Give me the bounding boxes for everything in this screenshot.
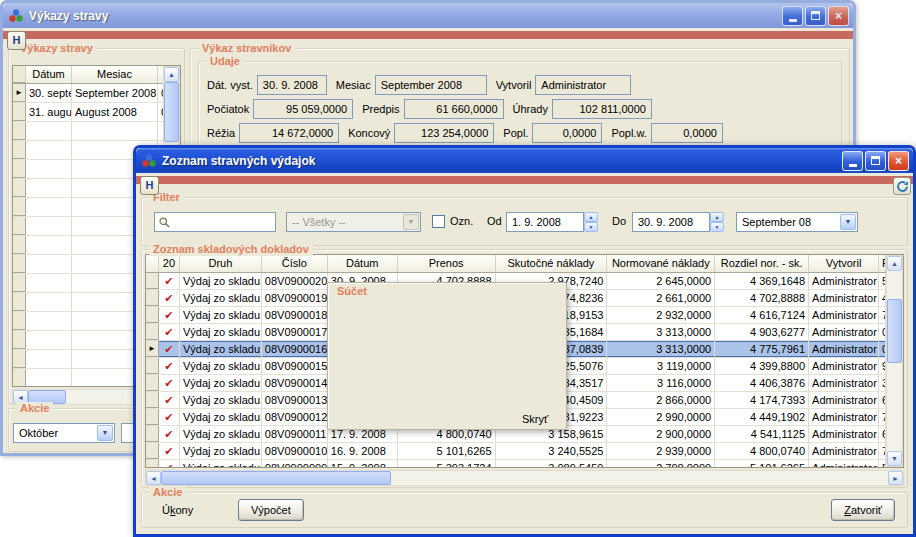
field-value[interactable]: 0,0000 [651, 123, 723, 143]
row-selector[interactable]: ► [146, 341, 159, 357]
search-field[interactable] [154, 212, 276, 232]
chevron-down-icon[interactable]: ▼ [97, 425, 113, 441]
checked-icon[interactable]: ✔ [159, 341, 180, 357]
h-button[interactable]: H [140, 176, 159, 195]
column-header[interactable]: Prenos [398, 255, 496, 272]
row-selector[interactable] [146, 358, 159, 374]
to-date-field[interactable]: 30. 9. 2008 [632, 212, 710, 232]
ukony-menu[interactable]: Úkony [162, 504, 193, 516]
field-value[interactable]: 30. 9. 2008 [257, 75, 327, 95]
scroll-down-icon[interactable]: ▼ [887, 451, 902, 466]
checked-icon[interactable]: ✔ [159, 426, 180, 442]
field-value[interactable]: 102 811,0000 [552, 99, 652, 119]
field-label: Predpis [362, 103, 399, 115]
field-value[interactable]: 123 254,0000 [394, 123, 494, 143]
ozn-checkbox[interactable] [432, 215, 445, 228]
maximize-button[interactable] [805, 6, 826, 26]
scroll-right-icon[interactable]: ► [888, 471, 903, 485]
vertical-scrollbar[interactable]: ▲ ▼ [886, 255, 903, 467]
checked-icon[interactable]: ✔ [159, 443, 180, 459]
column-header[interactable]: Mesiac [72, 66, 158, 83]
column-header[interactable]: Vytvoril [809, 255, 879, 272]
table-row[interactable]: 31. augusAugust 20080 [13, 103, 180, 122]
maximize-button[interactable] [865, 151, 886, 171]
column-header[interactable]: 20 [159, 255, 180, 272]
h-button[interactable]: H [7, 31, 26, 50]
horizontal-scrollbar[interactable]: ◄ ► [145, 470, 904, 486]
column-header[interactable] [146, 255, 159, 272]
column-header[interactable]: Normované náklady [607, 255, 715, 272]
from-date-field[interactable]: 1. 9. 2008 [506, 212, 584, 232]
refresh-button[interactable] [893, 177, 911, 195]
minimize-icon [789, 19, 797, 22]
row-selector[interactable] [146, 375, 159, 391]
checked-icon[interactable]: ✔ [159, 375, 180, 391]
row-selector[interactable] [13, 103, 26, 121]
scrollbar-thumb[interactable] [164, 82, 179, 142]
checked-icon[interactable]: ✔ [159, 409, 180, 425]
table-row[interactable]: ►30. septeSeptember 20080 [13, 84, 180, 103]
to-date-spinner[interactable]: ▲ ▼ [710, 212, 724, 232]
zatvorit-button[interactable]: Zatvoriť [831, 499, 895, 521]
scrollbar-thumb[interactable] [161, 471, 391, 485]
row-selector[interactable] [146, 273, 159, 289]
column-header[interactable]: Číslo [262, 255, 328, 272]
field-value[interactable]: 61 660,0000 [404, 99, 504, 119]
row-selector[interactable] [146, 392, 159, 408]
checked-icon[interactable]: ✔ [159, 324, 180, 340]
row-selector[interactable] [146, 290, 159, 306]
spin-up-icon[interactable]: ▲ [710, 212, 724, 222]
row-selector[interactable] [146, 409, 159, 425]
column-header[interactable]: Dátum [26, 66, 72, 83]
month-select[interactable]: Október ▼ [13, 423, 115, 443]
type-select[interactable]: -- Všetky -- ▼ [286, 212, 421, 232]
chevron-down-icon[interactable]: ▼ [840, 214, 856, 230]
checked-icon[interactable]: ✔ [159, 273, 180, 289]
cell-cislo: 08V0900020 [262, 273, 328, 289]
cell-empty [26, 160, 72, 178]
minimize-button[interactable] [842, 151, 863, 171]
month-select[interactable]: September 08 ▼ [736, 212, 858, 232]
spin-up-icon[interactable]: ▲ [584, 212, 598, 222]
scroll-left-icon[interactable]: ◄ [146, 471, 161, 485]
field-value[interactable]: 14 672,0000 [239, 123, 339, 143]
checked-icon[interactable]: ✔ [159, 392, 180, 408]
checked-icon[interactable]: ✔ [159, 290, 180, 306]
field-value[interactable]: 95 059,0000 [253, 99, 353, 119]
checked-icon[interactable]: ✔ [159, 307, 180, 323]
table-row[interactable]: ✔Výdaj zo skladu08V090000915. 9. 20085 3… [146, 460, 886, 468]
spin-down-icon[interactable]: ▼ [584, 222, 598, 232]
hide-button[interactable]: Skryť [522, 413, 548, 425]
close-button[interactable]: × [888, 151, 909, 171]
minimize-button[interactable] [782, 6, 803, 26]
checked-icon[interactable]: ✔ [159, 460, 180, 468]
column-header[interactable]: Druh [180, 255, 262, 272]
cell-skutocne: 3 089,5459 [496, 460, 608, 468]
from-date-spinner[interactable]: ▲ ▼ [584, 212, 598, 232]
field-value[interactable]: 0,0000 [532, 123, 602, 143]
spin-down-icon[interactable]: ▼ [710, 222, 724, 232]
close-button[interactable]: × [828, 6, 849, 26]
vypocet-button[interactable]: Výpočet [238, 499, 304, 521]
field-value[interactable]: September 2008 [375, 75, 487, 95]
row-selector[interactable] [146, 426, 159, 442]
row-selector[interactable]: ► [13, 84, 26, 102]
row-selector[interactable] [146, 307, 159, 323]
titlebar[interactable]: Zoznam stravných výdajok × [136, 148, 913, 173]
field-value[interactable]: Administrator [535, 75, 631, 95]
row-selector[interactable] [146, 460, 159, 468]
scroll-up-icon[interactable]: ▲ [887, 256, 902, 271]
row-selector[interactable] [146, 443, 159, 459]
column-header[interactable]: Rozdiel nor. - sk. [715, 255, 809, 272]
checked-icon[interactable]: ✔ [159, 358, 180, 374]
column-header[interactable]: Skutočné náklady [496, 255, 608, 272]
scrollbar-thumb[interactable] [887, 299, 902, 363]
titlebar[interactable]: Výkazy stravy × [3, 3, 853, 28]
column-header[interactable]: Dátum [328, 255, 398, 272]
table-row[interactable]: ✔Výdaj zo skladu08V090001016. 9. 20085 1… [146, 443, 886, 460]
search-input[interactable] [171, 216, 275, 228]
column-header[interactable]: P.: [879, 255, 886, 272]
cell-rozdiel: 4 775,7961 [715, 341, 809, 357]
row-selector[interactable] [146, 324, 159, 340]
scroll-up-icon[interactable]: ▲ [164, 67, 179, 82]
